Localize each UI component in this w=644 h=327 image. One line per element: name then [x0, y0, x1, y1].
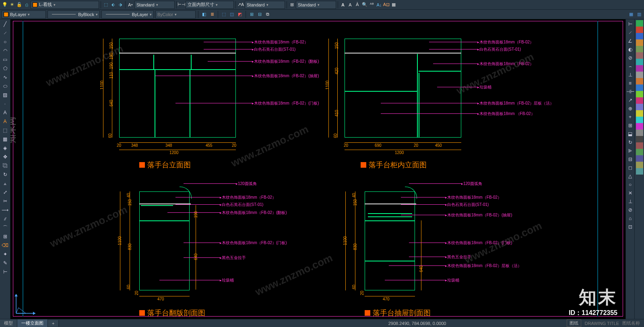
dim-edit-tool[interactable]: ⊞ — [626, 121, 634, 130]
table-style-icon[interactable]: ⊞ — [289, 2, 295, 8]
lineweight-combo[interactable]: ByLayer ▾ — [101, 10, 154, 19]
palette-btn-2[interactable] — [636, 27, 643, 33]
mirror-tool[interactable]: ⟁ — [1, 179, 9, 187]
offset-tool[interactable]: ⫽ — [1, 215, 9, 223]
palette-btn-11[interactable] — [636, 84, 643, 91]
erase-tool[interactable]: ⌫ — [1, 241, 9, 249]
list-icon[interactable]: ≣ — [209, 11, 215, 18]
dim-tedit-tool[interactable]: ⬓ — [626, 130, 634, 138]
palette-btn-4[interactable] — [636, 39, 643, 46]
palette-btn-17[interactable] — [636, 123, 643, 130]
palette-btn-16[interactable] — [636, 117, 643, 123]
palette-btn-22[interactable] — [636, 155, 643, 162]
snap-node-tool[interactable]: ⊡ — [626, 223, 634, 231]
dim-angular-tool[interactable]: ∠ — [626, 37, 634, 45]
palette-btn-9[interactable] — [636, 72, 643, 78]
snap-mid-tool[interactable]: △ — [626, 172, 634, 180]
pline-tool[interactable]: ⟋ — [1, 29, 9, 37]
tolerance-tool[interactable]: ⊕ — [626, 105, 634, 113]
table-tool[interactable]: ▦ — [1, 135, 9, 143]
palette-btn-1[interactable] — [636, 20, 643, 27]
ellipse-tool[interactable]: ⬭ — [1, 82, 9, 90]
explode-tool[interactable]: ✦ — [1, 250, 9, 258]
linetype-combo[interactable]: ByBlock ▾ — [47, 10, 100, 19]
spell-icon[interactable]: ᴬᴮ — [369, 2, 375, 8]
palette-btn-15[interactable] — [636, 110, 643, 117]
palette-btn-7[interactable] — [636, 59, 643, 65]
text-tool[interactable]: A — [1, 109, 9, 117]
palette-btn-18[interactable] — [636, 130, 643, 136]
palette-btn-10[interactable] — [636, 78, 643, 84]
dim-baseline-tool[interactable]: ≡ — [626, 79, 634, 87]
block-tool[interactable]: ⬚ — [1, 126, 9, 134]
snap-cen-tool[interactable]: ○ — [626, 181, 634, 189]
copy-tool[interactable]: ⿻ — [1, 162, 9, 170]
layer-tools-icon[interactable]: ⬖ — [110, 2, 116, 8]
dim-continue-tool[interactable]: ⊣⊢ — [626, 88, 634, 96]
palette-btn-14[interactable] — [636, 104, 643, 110]
dim-style-icon[interactable]: ⊢⊣ — [178, 2, 185, 8]
line-tool[interactable]: ╱ — [1, 20, 9, 28]
spline-tool[interactable]: ∿ — [1, 73, 9, 81]
pedit-tool[interactable]: ✎ — [1, 259, 9, 267]
text-tool-a4[interactable]: A↓ — [376, 2, 382, 8]
snap-end-tool[interactable]: ◻ — [626, 164, 634, 172]
text-tool-a2[interactable]: A — [347, 2, 353, 8]
palette-btn-21[interactable] — [636, 149, 643, 155]
fillet-tool[interactable]: ⌒ — [1, 224, 9, 232]
snap-near-tool[interactable]: ⌂ — [626, 214, 634, 222]
centermark-tool[interactable]: + — [626, 113, 634, 121]
measure-tool[interactable]: ⊢ — [1, 268, 9, 276]
snap-per-tool[interactable]: ⊥ — [626, 197, 634, 206]
mleader-style-icon[interactable]: ↗A — [237, 2, 244, 8]
layer-icon-print[interactable]: ⎙ — [23, 2, 30, 8]
palette-btn-12[interactable] — [636, 91, 643, 97]
palette-btn-20[interactable] — [636, 142, 643, 149]
palette-btn-6[interactable] — [636, 52, 643, 59]
text-style-icon[interactable]: A▾ — [127, 2, 134, 8]
trim-tool[interactable]: ✂ — [1, 197, 9, 205]
tab-layout-1[interactable]: 一楼立面图 — [17, 319, 48, 327]
group-icon[interactable]: ⊞ — [248, 11, 255, 18]
array-tool[interactable]: ⊞ — [1, 232, 9, 241]
layer-combo[interactable]: L-看线 ▾ — [31, 1, 99, 9]
block-insert-icon[interactable]: ⬚ — [221, 11, 227, 18]
plotstyle-combo[interactable]: ByColor ▾ — [155, 10, 196, 19]
palette-btn-5[interactable] — [636, 46, 643, 52]
dim-arc-tool[interactable]: ⌢ — [626, 62, 634, 70]
block-edit-icon[interactable]: ◩ — [237, 11, 243, 18]
mtext-tool[interactable]: A — [1, 117, 9, 125]
layer-match-icon[interactable]: ⬗ — [117, 2, 124, 8]
ungroup-icon[interactable]: ⊟ — [256, 11, 263, 18]
matchprop-icon[interactable]: ◧ — [201, 11, 207, 18]
palette-btn-19[interactable] — [636, 136, 643, 142]
palette-btn-24[interactable] — [636, 168, 643, 175]
scale-tool[interactable]: ⤢ — [1, 188, 9, 196]
palette-btn-3[interactable] — [636, 33, 643, 39]
rect-tool[interactable]: ▭ — [1, 56, 9, 64]
drawing-canvas[interactable]: www.znzmo.com www.znzmo.com www.znzmo.co… — [10, 19, 625, 319]
layer-icon-sun[interactable]: ☀ — [9, 2, 15, 8]
mleader-style-combo[interactable]: Standard ▾ — [245, 1, 285, 9]
rotate-tool[interactable]: ↻ — [1, 171, 9, 179]
snap-int-tool[interactable]: ✕ — [626, 189, 634, 197]
dim-style-combo[interactable]: 立面内部尺寸 ▾ — [186, 1, 234, 9]
palette-btn-23[interactable] — [636, 162, 643, 168]
text-tool-a3[interactable]: Ǎ — [354, 2, 361, 8]
extend-tool[interactable]: ⟶ — [1, 206, 9, 214]
layer-icon-bulb[interactable]: 💡 — [2, 2, 8, 8]
dim-linear-tool[interactable]: ⊢ — [626, 20, 634, 28]
text-style-combo[interactable]: Standard ▾ — [134, 1, 175, 9]
palette-btn-8[interactable] — [636, 65, 643, 72]
layer-states-icon[interactable]: ⬚ — [103, 2, 109, 8]
hatch-tool[interactable]: ▨ — [1, 91, 9, 99]
leader-tool[interactable]: ↗ — [626, 96, 634, 104]
block-create-icon[interactable]: ◫ — [229, 11, 235, 18]
palette-btn-13[interactable] — [636, 97, 643, 104]
text-tool-a1[interactable]: A — [340, 2, 346, 8]
tab-model[interactable]: 模型 — [0, 319, 17, 327]
circle-tool[interactable]: ○ — [1, 38, 9, 46]
snap-tan-tool[interactable]: ⊘ — [626, 206, 634, 214]
dim-radius-tool[interactable]: ◐ — [626, 45, 634, 53]
color-combo[interactable]: ByLayer ▾ — [2, 10, 46, 19]
